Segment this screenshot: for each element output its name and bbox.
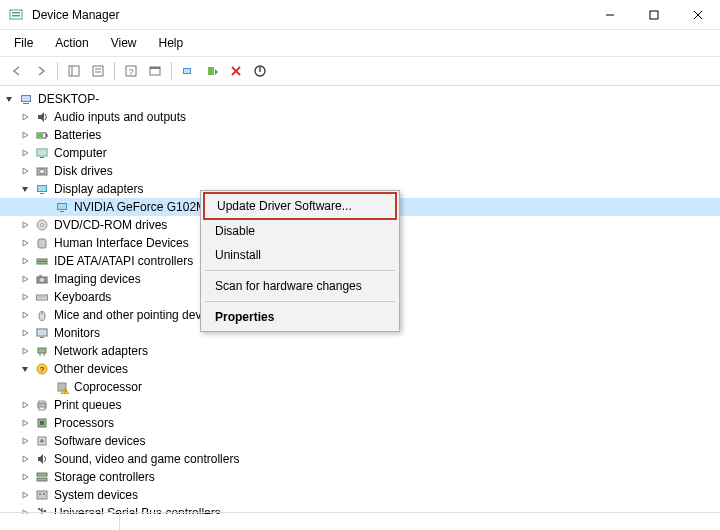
svg-rect-27 bbox=[38, 134, 43, 137]
tree-item[interactable]: Processors bbox=[0, 414, 720, 432]
expand-arrow-icon[interactable] bbox=[18, 164, 32, 178]
tree-item[interactable]: System devices bbox=[0, 486, 720, 504]
menu-separator bbox=[205, 270, 395, 271]
context-menu-item[interactable]: Uninstall bbox=[203, 243, 397, 267]
tree-item[interactable]: Batteries bbox=[0, 126, 720, 144]
svg-rect-35 bbox=[40, 193, 44, 194]
monitor-icon bbox=[34, 325, 50, 341]
expand-arrow-icon[interactable] bbox=[18, 236, 32, 250]
separator bbox=[171, 62, 172, 80]
close-button[interactable] bbox=[676, 0, 720, 30]
tree-item-label: Keyboards bbox=[54, 290, 111, 304]
menu-action[interactable]: Action bbox=[51, 34, 92, 52]
battery-icon bbox=[34, 127, 50, 143]
expand-arrow-icon[interactable] bbox=[18, 452, 32, 466]
titlebar: Device Manager bbox=[0, 0, 720, 30]
svg-point-45 bbox=[40, 278, 44, 282]
toolbar: ? bbox=[0, 57, 720, 86]
toolbar-icon[interactable] bbox=[144, 60, 166, 82]
audio-icon bbox=[34, 109, 50, 125]
svg-rect-75 bbox=[39, 493, 41, 495]
blank-arrow bbox=[38, 200, 52, 214]
ide-icon bbox=[34, 253, 50, 269]
svg-rect-37 bbox=[58, 204, 66, 209]
uninstall-icon[interactable] bbox=[225, 60, 247, 82]
expand-arrow-icon[interactable] bbox=[18, 470, 32, 484]
expand-arrow-icon[interactable] bbox=[18, 326, 32, 340]
expand-arrow-icon[interactable] bbox=[18, 218, 32, 232]
minimize-button[interactable] bbox=[588, 0, 632, 30]
sound-icon bbox=[34, 451, 50, 467]
context-menu-item[interactable]: Scan for hardware changes bbox=[203, 274, 397, 298]
expand-arrow-icon[interactable] bbox=[18, 398, 32, 412]
expand-arrow-icon[interactable] bbox=[18, 434, 32, 448]
expand-arrow-icon[interactable] bbox=[18, 290, 32, 304]
tree-item-label: Storage controllers bbox=[54, 470, 155, 484]
maximize-button[interactable] bbox=[632, 0, 676, 30]
tree-item[interactable]: Storage controllers bbox=[0, 468, 720, 486]
svg-point-79 bbox=[38, 508, 40, 510]
tree-item-label: Processors bbox=[54, 416, 114, 430]
expand-arrow-icon[interactable] bbox=[18, 344, 32, 358]
mouse-icon bbox=[34, 307, 50, 323]
expand-arrow-icon[interactable] bbox=[18, 416, 32, 430]
tree-root-label: DESKTOP- bbox=[38, 92, 99, 106]
expand-arrow-icon[interactable] bbox=[18, 308, 32, 322]
collapse-arrow-icon[interactable] bbox=[18, 362, 32, 376]
warn-icon: ! bbox=[54, 379, 70, 395]
properties-button[interactable] bbox=[87, 60, 109, 82]
expand-arrow-icon[interactable] bbox=[18, 146, 32, 160]
tree-item[interactable]: Software devices bbox=[0, 432, 720, 450]
tree-item[interactable]: Network adapters bbox=[0, 342, 720, 360]
back-button[interactable] bbox=[6, 60, 28, 82]
help-button[interactable]: ? bbox=[120, 60, 142, 82]
svg-rect-18 bbox=[208, 67, 214, 75]
window-title: Device Manager bbox=[32, 8, 588, 22]
menu-view[interactable]: View bbox=[107, 34, 141, 52]
svg-rect-34 bbox=[38, 186, 46, 191]
tree-item[interactable]: ! Coprocessor bbox=[0, 378, 720, 396]
collapse-arrow-icon[interactable] bbox=[2, 92, 16, 106]
menu-help[interactable]: Help bbox=[155, 34, 188, 52]
printer-icon bbox=[34, 397, 50, 413]
tree-item[interactable]: Audio inputs and outputs bbox=[0, 108, 720, 126]
context-menu-item[interactable]: Update Driver Software... bbox=[203, 192, 397, 220]
expand-arrow-icon[interactable] bbox=[18, 128, 32, 142]
update-driver-icon[interactable] bbox=[201, 60, 223, 82]
context-menu-item[interactable]: Disable bbox=[203, 219, 397, 243]
scan-hardware-button[interactable] bbox=[177, 60, 199, 82]
svg-point-49 bbox=[40, 296, 41, 297]
tree-item-label: Disk drives bbox=[54, 164, 113, 178]
show-hide-tree-button[interactable] bbox=[63, 60, 85, 82]
svg-rect-23 bbox=[22, 96, 30, 101]
expand-arrow-icon[interactable] bbox=[18, 254, 32, 268]
tree-item-label: Display adapters bbox=[54, 182, 143, 196]
menu-file[interactable]: File bbox=[10, 34, 37, 52]
tree-item-label: Human Interface Devices bbox=[54, 236, 189, 250]
expand-arrow-icon[interactable] bbox=[18, 272, 32, 286]
svg-rect-69 bbox=[40, 421, 44, 425]
tree-item[interactable]: ? Other devices bbox=[0, 360, 720, 378]
svg-rect-15 bbox=[150, 67, 160, 69]
svg-point-50 bbox=[42, 296, 43, 297]
svg-rect-76 bbox=[43, 493, 45, 495]
svg-point-51 bbox=[44, 296, 45, 297]
collapse-arrow-icon[interactable] bbox=[18, 182, 32, 196]
tree-item-label: Mice and other pointing devices bbox=[54, 308, 223, 322]
svg-rect-2 bbox=[12, 15, 20, 17]
tree-item[interactable]: Print queues bbox=[0, 396, 720, 414]
forward-button[interactable] bbox=[30, 60, 52, 82]
expand-arrow-icon[interactable] bbox=[18, 110, 32, 124]
context-menu-item[interactable]: Properties bbox=[203, 305, 397, 329]
expand-arrow-icon[interactable] bbox=[18, 488, 32, 502]
svg-point-48 bbox=[38, 296, 39, 297]
tree-item[interactable]: Computer bbox=[0, 144, 720, 162]
tree-item-label: Software devices bbox=[54, 434, 145, 448]
tree-item[interactable]: Sound, video and game controllers bbox=[0, 450, 720, 468]
tree-root[interactable]: DESKTOP- bbox=[0, 90, 720, 108]
tree-item[interactable]: Disk drives bbox=[0, 162, 720, 180]
svg-rect-4 bbox=[650, 11, 658, 19]
svg-rect-29 bbox=[38, 150, 46, 155]
svg-point-71 bbox=[40, 439, 44, 443]
disable-icon[interactable] bbox=[249, 60, 271, 82]
